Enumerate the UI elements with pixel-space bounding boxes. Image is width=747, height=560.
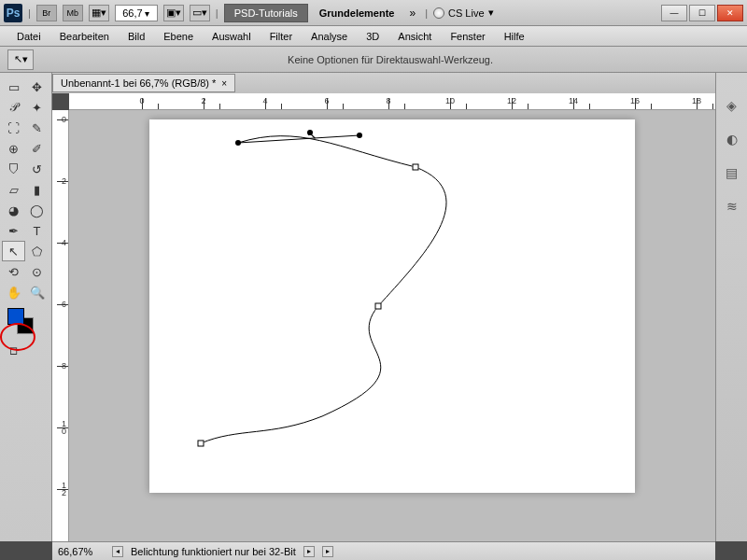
tool-gradient[interactable]: ▮ [25, 179, 49, 200]
toolbox: ▭✥𝒫✦⛶✎⊕✐⛉↺▱▮◕◯✒T↖⬠⟲⊙✋🔍◻ [0, 73, 52, 541]
anchor-point[interactable] [375, 303, 382, 310]
ruler-vertical[interactable]: 0246810121416 [52, 110, 69, 541]
cs-live-icon [433, 7, 444, 19]
status-more[interactable]: ▸ [322, 546, 333, 557]
quickmask-button[interactable]: ◻ [2, 340, 25, 360]
menu-hilfe[interactable]: Hilfe [495, 27, 534, 46]
canvas[interactable]: ↖ [149, 119, 635, 493]
view-extras-dropdown[interactable]: ▦▾ [89, 5, 109, 21]
menu-analyse[interactable]: Analyse [302, 27, 357, 46]
dock-adjustments[interactable]: ◐ [722, 129, 742, 149]
bezier-handle[interactable] [235, 140, 241, 146]
tool-eyedropper[interactable]: ✎ [25, 118, 49, 138]
tool-3d-rotate[interactable]: ⟲ [2, 261, 25, 282]
menu-bild[interactable]: Bild [119, 27, 154, 46]
status-text: Belichtung funktioniert nur bei 32-Bit [131, 546, 296, 557]
minibridge-button[interactable]: Mb [63, 5, 83, 21]
menu-ebene[interactable]: Ebene [154, 27, 203, 46]
path-svg [149, 119, 635, 493]
tool-spot-heal[interactable]: ⊕ [2, 138, 25, 159]
bezier-handle[interactable] [357, 133, 362, 138]
tool-3d-orbit[interactable]: ⊙ [25, 261, 49, 282]
tool-shape[interactable]: ⬠ [25, 241, 49, 261]
tool-stamp[interactable]: ⛉ [2, 159, 25, 179]
arrange-dropdown[interactable]: ▣▾ [163, 5, 184, 21]
tool-eraser[interactable]: ▱ [2, 179, 25, 200]
menu-fenster[interactable]: Fenster [441, 27, 494, 46]
foreground-swatch[interactable] [7, 308, 24, 325]
menu-filter[interactable]: Filter [261, 27, 302, 46]
svg-line-0 [238, 135, 359, 143]
tool-hand[interactable]: ✋ [2, 282, 25, 302]
bezier-handle[interactable] [307, 130, 313, 135]
tool-dodge[interactable]: ◯ [25, 200, 49, 220]
tool-brush[interactable]: ✐ [25, 138, 49, 159]
active-tool-icon[interactable]: ↖▾ [7, 49, 34, 70]
tool-rect-marquee[interactable]: ▭ [2, 77, 25, 97]
maximize-button[interactable]: ☐ [689, 5, 715, 21]
canvas-area: Unbenannt-1 bei 66,7% (RGB/8) * × 024681… [52, 73, 715, 541]
dock-channels[interactable]: ▤ [722, 162, 742, 183]
status-next[interactable]: ▸ [303, 546, 315, 557]
close-tab-icon[interactable]: × [221, 78, 227, 89]
document-tab[interactable]: Unbenannt-1 bei 66,7% (RGB/8) * × [52, 74, 235, 92]
menu-bearbeiten[interactable]: Bearbeiten [50, 27, 119, 46]
workspace-button[interactable]: PSD-Tutorials [224, 4, 308, 22]
screen-mode-dropdown[interactable]: ▭▾ [190, 5, 210, 21]
anchor-point[interactable] [198, 441, 204, 447]
cs-live-button[interactable]: CS Live ▾ [433, 7, 494, 19]
canvas-background[interactable]: ↖ [69, 110, 715, 541]
status-zoom[interactable]: 66,67% [58, 546, 105, 557]
close-button[interactable]: ✕ [717, 5, 743, 21]
menu-auswahl[interactable]: Auswahl [203, 27, 261, 46]
titlebar: Ps | Br Mb ▦▾ 66,7 ▾ ▣▾ ▭▾ | PSD-Tutoria… [0, 0, 747, 26]
status-bar: 66,67% ◂ Belichtung funktioniert nur bei… [52, 541, 715, 560]
photoshop-logo: Ps [4, 4, 22, 22]
workspace-label[interactable]: Grundelemente [314, 7, 401, 19]
zoom-input[interactable]: 66,7 ▾ [115, 5, 158, 21]
tool-blur[interactable]: ◕ [2, 200, 25, 220]
document-tab-bar: Unbenannt-1 bei 66,7% (RGB/8) * × [52, 73, 715, 93]
panel-dock: ◈◐▤≋ [715, 73, 747, 541]
menu-3d[interactable]: 3D [357, 27, 388, 46]
dock-paths[interactable]: ≋ [722, 196, 742, 217]
minimize-button[interactable]: — [661, 5, 687, 21]
tool-direct-select[interactable]: ↖ [2, 241, 25, 261]
ruler-horizontal[interactable]: 024681012141618202224262830 [69, 93, 715, 110]
tool-lasso[interactable]: 𝒫 [2, 97, 25, 118]
menubar: DateiBearbeitenBildEbeneAuswahlFilterAna… [0, 26, 747, 47]
status-prev[interactable]: ◂ [112, 546, 123, 557]
options-bar: ↖▾ Keine Optionen für Direktauswahl-Werk… [0, 47, 747, 73]
tool-pen[interactable]: ✒ [2, 220, 25, 241]
menu-datei[interactable]: Datei [7, 27, 50, 46]
tool-magic-wand[interactable]: ✦ [25, 97, 49, 118]
dock-layers[interactable]: ◈ [722, 95, 742, 116]
tool-crop[interactable]: ⛶ [2, 118, 25, 138]
tool-history-brush[interactable]: ↺ [25, 159, 49, 179]
anchor-point[interactable] [413, 164, 419, 171]
bridge-button[interactable]: Br [36, 5, 57, 21]
tool-zoom[interactable]: 🔍 [25, 282, 49, 302]
options-text: Keine Optionen für Direktauswahl-Werkzeu… [41, 54, 740, 65]
tool-type[interactable]: T [25, 220, 49, 241]
expand-workspaces[interactable]: » [405, 7, 419, 20]
tool-move[interactable]: ✥ [25, 77, 49, 97]
menu-ansicht[interactable]: Ansicht [388, 27, 441, 46]
